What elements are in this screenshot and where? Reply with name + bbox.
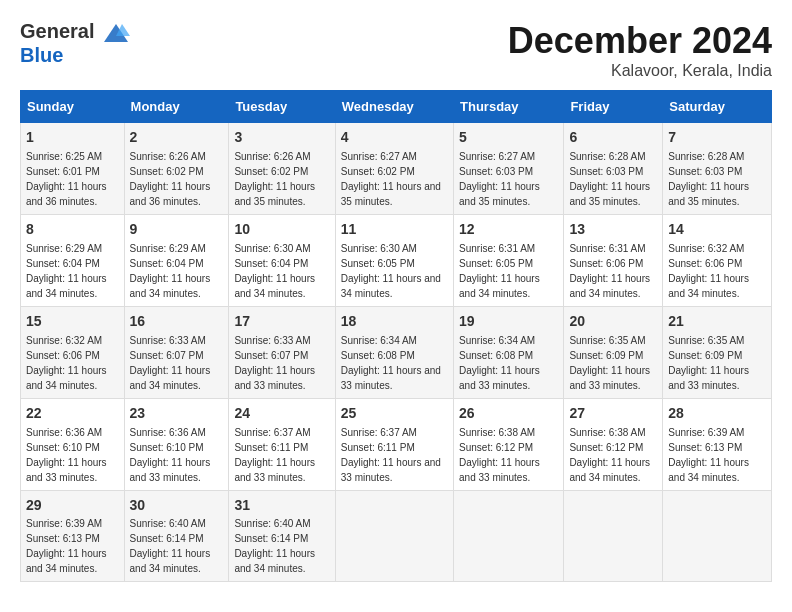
table-row: 15 Sunrise: 6:32 AMSunset: 6:06 PMDaylig… [21, 306, 125, 398]
table-row: 2 Sunrise: 6:26 AMSunset: 6:02 PMDayligh… [124, 123, 229, 215]
table-row: 13 Sunrise: 6:31 AMSunset: 6:06 PMDaylig… [564, 214, 663, 306]
table-row: 9 Sunrise: 6:29 AMSunset: 6:04 PMDayligh… [124, 214, 229, 306]
col-tuesday: Tuesday [229, 91, 335, 123]
table-row: 5 Sunrise: 6:27 AMSunset: 6:03 PMDayligh… [454, 123, 564, 215]
table-row: 14 Sunrise: 6:32 AMSunset: 6:06 PMDaylig… [663, 214, 772, 306]
location-subtitle: Kalavoor, Kerala, India [508, 62, 772, 80]
table-row: 22 Sunrise: 6:36 AMSunset: 6:10 PMDaylig… [21, 398, 125, 490]
empty-cell [335, 490, 453, 582]
col-sunday: Sunday [21, 91, 125, 123]
table-row: 18 Sunrise: 6:34 AMSunset: 6:08 PMDaylig… [335, 306, 453, 398]
table-row: 23 Sunrise: 6:36 AMSunset: 6:10 PMDaylig… [124, 398, 229, 490]
table-row: 17 Sunrise: 6:33 AMSunset: 6:07 PMDaylig… [229, 306, 335, 398]
table-row: 19 Sunrise: 6:34 AMSunset: 6:08 PMDaylig… [454, 306, 564, 398]
header-row: Sunday Monday Tuesday Wednesday Thursday… [21, 91, 772, 123]
table-row: 12 Sunrise: 6:31 AMSunset: 6:05 PMDaylig… [454, 214, 564, 306]
month-title: December 2024 [508, 20, 772, 62]
calendar-week-row: 1 Sunrise: 6:25 AMSunset: 6:01 PMDayligh… [21, 123, 772, 215]
page-header: General Blue December 2024 Kalavoor, Ker… [20, 20, 772, 80]
table-row: 1 Sunrise: 6:25 AMSunset: 6:01 PMDayligh… [21, 123, 125, 215]
empty-cell [564, 490, 663, 582]
calendar-week-row: 22 Sunrise: 6:36 AMSunset: 6:10 PMDaylig… [21, 398, 772, 490]
table-row: 4 Sunrise: 6:27 AMSunset: 6:02 PMDayligh… [335, 123, 453, 215]
empty-cell [663, 490, 772, 582]
col-friday: Friday [564, 91, 663, 123]
table-row: 20 Sunrise: 6:35 AMSunset: 6:09 PMDaylig… [564, 306, 663, 398]
table-row: 16 Sunrise: 6:33 AMSunset: 6:07 PMDaylig… [124, 306, 229, 398]
empty-cell [454, 490, 564, 582]
table-row: 30 Sunrise: 6:40 AMSunset: 6:14 PMDaylig… [124, 490, 229, 582]
table-row: 24 Sunrise: 6:37 AMSunset: 6:11 PMDaylig… [229, 398, 335, 490]
col-saturday: Saturday [663, 91, 772, 123]
table-row: 21 Sunrise: 6:35 AMSunset: 6:09 PMDaylig… [663, 306, 772, 398]
calendar-week-row: 29 Sunrise: 6:39 AMSunset: 6:13 PMDaylig… [21, 490, 772, 582]
table-row: 26 Sunrise: 6:38 AMSunset: 6:12 PMDaylig… [454, 398, 564, 490]
table-row: 29 Sunrise: 6:39 AMSunset: 6:13 PMDaylig… [21, 490, 125, 582]
table-row: 27 Sunrise: 6:38 AMSunset: 6:12 PMDaylig… [564, 398, 663, 490]
table-row: 8 Sunrise: 6:29 AMSunset: 6:04 PMDayligh… [21, 214, 125, 306]
col-monday: Monday [124, 91, 229, 123]
table-row: 31 Sunrise: 6:40 AMSunset: 6:14 PMDaylig… [229, 490, 335, 582]
col-wednesday: Wednesday [335, 91, 453, 123]
calendar-week-row: 8 Sunrise: 6:29 AMSunset: 6:04 PMDayligh… [21, 214, 772, 306]
table-row: 28 Sunrise: 6:39 AMSunset: 6:13 PMDaylig… [663, 398, 772, 490]
table-row: 25 Sunrise: 6:37 AMSunset: 6:11 PMDaylig… [335, 398, 453, 490]
calendar-week-row: 15 Sunrise: 6:32 AMSunset: 6:06 PMDaylig… [21, 306, 772, 398]
table-row: 10 Sunrise: 6:30 AMSunset: 6:04 PMDaylig… [229, 214, 335, 306]
col-thursday: Thursday [454, 91, 564, 123]
logo: General Blue [20, 20, 130, 66]
table-row: 3 Sunrise: 6:26 AMSunset: 6:02 PMDayligh… [229, 123, 335, 215]
table-row: 7 Sunrise: 6:28 AMSunset: 6:03 PMDayligh… [663, 123, 772, 215]
title-block: December 2024 Kalavoor, Kerala, India [508, 20, 772, 80]
table-row: 6 Sunrise: 6:28 AMSunset: 6:03 PMDayligh… [564, 123, 663, 215]
calendar-table: Sunday Monday Tuesday Wednesday Thursday… [20, 90, 772, 582]
table-row: 11 Sunrise: 6:30 AMSunset: 6:05 PMDaylig… [335, 214, 453, 306]
